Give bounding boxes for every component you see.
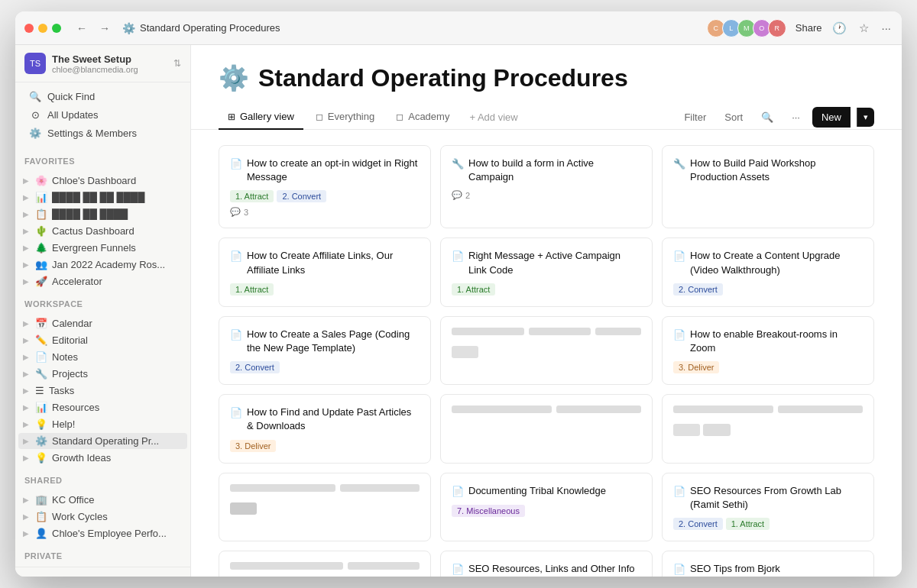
gallery-view-icon: ⊞	[228, 111, 235, 122]
card-17[interactable]: 📄SEO Resources, Links and Other Info1. A…	[440, 551, 653, 577]
card-tag: 2. Convert	[230, 361, 280, 373]
card-title-text: SEO Resources From Growth Lab (Ramit Set…	[690, 484, 863, 512]
workspace-icon: TS	[24, 53, 46, 74]
sidebar-item-standard-operating-p[interactable]: ▶⚙️Standard Operating Pr...	[18, 433, 187, 449]
updates-item[interactable]: ⊙ All Updates	[20, 106, 186, 124]
sidebar-item-projects[interactable]: ▶🔧Projects	[18, 366, 187, 382]
tab-everything[interactable]: ◻ Everything	[306, 105, 384, 130]
sidebar-item-help![interactable]: ▶💡Help!	[18, 416, 187, 432]
sidebar-item-████-██-████[interactable]: ▶📋████ ██ ████	[18, 206, 187, 222]
add-view-label: + Add view	[469, 111, 517, 123]
sidebar-item-tasks[interactable]: ▶☰Tasks	[18, 383, 187, 399]
card-11[interactable]	[440, 394, 653, 463]
item-label: Evergreen Funnels	[52, 242, 183, 254]
updates-icon: ⊙	[29, 109, 41, 121]
workspace-expand-icon[interactable]: ⇅	[173, 58, 181, 69]
sidebar-item-evergreen-funnels[interactable]: ▶🌲Evergreen Funnels	[18, 240, 187, 256]
item-icon: 🌵	[35, 225, 47, 237]
card-title: 📄How to Create a Sales Page (Coding the …	[230, 328, 420, 355]
quick-find-item[interactable]: 🔍 Quick Find	[20, 88, 186, 105]
history-icon[interactable]: 🕐	[831, 20, 848, 37]
sidebar-item-████-██-██-████[interactable]: ▶📊████ ██ ██ ████	[18, 189, 187, 205]
close-button[interactable]	[24, 24, 34, 33]
card-title-text: How to Create a Content Upgrade (Video W…	[690, 249, 863, 276]
card-9[interactable]: 📄How to enable Breakout-rooms in Zoom3. …	[662, 316, 874, 385]
new-record-button[interactable]: New	[812, 107, 851, 128]
main-layout: TS The Sweet Setup chloe@blancmedia.org …	[15, 45, 902, 577]
add-view-button[interactable]: + Add view	[462, 105, 525, 129]
card-tag: 7. Miscellaneous	[452, 505, 525, 517]
filter-button[interactable]: Filter	[678, 108, 712, 126]
sidebar-item-kc-office[interactable]: ▶🏢KC Office	[18, 492, 187, 508]
card-16[interactable]	[219, 551, 431, 577]
card-tags: 1. Attract	[230, 283, 420, 296]
card-5[interactable]: 📄Right Message + Active Campaign Link Co…	[440, 237, 653, 306]
arrow-icon: ▶	[23, 437, 32, 445]
card-18[interactable]: 📄SEO Tips from Bjork1. Attract2. Convert	[662, 551, 874, 577]
new-page-button[interactable]: ＋ + New page	[23, 573, 183, 577]
minimize-button[interactable]	[38, 24, 47, 33]
settings-item[interactable]: ⚙️ Settings & Members	[20, 124, 186, 142]
academy-icon: ◻	[396, 111, 403, 122]
card-14[interactable]: 📄Documenting Tribal Knowledge7. Miscella…	[440, 473, 653, 541]
comment-count: 3	[244, 208, 248, 217]
more-icon[interactable]: ···	[880, 20, 893, 36]
back-button[interactable]: ←	[73, 21, 90, 36]
card-12[interactable]	[662, 394, 874, 463]
card-3[interactable]: 🔧How to Build Paid Workshop Production A…	[662, 145, 874, 228]
arrow-icon: ▶	[23, 420, 32, 428]
card-6[interactable]: 📄How to Create a Content Upgrade (Video …	[662, 237, 874, 306]
card-title: 📄Documenting Tribal Knowledge	[452, 484, 641, 499]
sidebar-item-jan-2022-academy-ros[interactable]: ▶👥Jan 2022 Academy Ros...	[18, 257, 187, 273]
sidebar-item-growth-ideas[interactable]: ▶💡Growth Ideas	[18, 450, 187, 466]
sidebar: TS The Sweet Setup chloe@blancmedia.org …	[15, 45, 191, 577]
card-10[interactable]: 📄How to Find and Update Past Articles & …	[219, 394, 431, 463]
gallery-grid: 📄How to create an opt-in widget in Right…	[219, 145, 874, 577]
more-options-button[interactable]: ···	[786, 108, 806, 126]
sidebar-item-cactus-dashboard[interactable]: ▶🌵Cactus Dashboard	[18, 223, 187, 239]
item-label: Accelerator	[52, 276, 183, 287]
item-icon: 🌲	[35, 242, 47, 254]
item-label: Resources	[52, 402, 183, 413]
tabs-actions: Filter Sort 🔍 ··· New ▾	[678, 107, 874, 128]
share-button[interactable]: Share	[795, 22, 822, 34]
sidebar-item-editorial[interactable]: ▶✏️Editorial	[18, 332, 187, 348]
sidebar-item-work-cycles[interactable]: ▶📋Work Cycles	[18, 509, 187, 525]
forward-button[interactable]: →	[96, 21, 113, 36]
card-title: 📄How to Find and Update Past Articles & …	[230, 405, 420, 433]
item-icon: 📊	[35, 192, 47, 203]
card-8[interactable]	[440, 316, 653, 385]
sidebar-item-notes[interactable]: ▶📄Notes	[18, 349, 187, 365]
card-13[interactable]	[219, 473, 431, 541]
sort-button[interactable]: Sort	[718, 108, 749, 126]
sidebar-item-resources[interactable]: ▶📊Resources	[18, 399, 187, 415]
card-1[interactable]: 📄How to create an opt-in widget in Right…	[219, 145, 431, 228]
tab-academy[interactable]: ◻ Academy	[387, 105, 458, 130]
arrow-icon: ▶	[23, 260, 32, 269]
card-doc-icon: 📄	[230, 328, 242, 342]
new-record-dropdown-button[interactable]: ▾	[857, 108, 874, 127]
arrow-icon: ▶	[23, 244, 32, 252]
search-button[interactable]: 🔍	[755, 108, 779, 126]
card-4[interactable]: 📄How to Create Affiliate Links, Our Affi…	[219, 237, 431, 306]
item-label: ████ ██ ████	[52, 208, 183, 220]
card-2[interactable]: 🔧How to build a form in Active Campaign💬…	[440, 145, 653, 228]
sidebar-item-chloe's-employee-per[interactable]: ▶👤Chloe's Employee Perfo...	[18, 525, 187, 541]
card-7[interactable]: 📄How to Create a Sales Page (Coding the …	[219, 316, 431, 385]
tab-gallery-view[interactable]: ⊞ Gallery view	[219, 105, 303, 130]
sidebar-item-accelerator[interactable]: ▶🚀Accelerator	[18, 273, 187, 289]
content-area: ⚙️ Standard Operating Procedures ⊞ Galle…	[191, 45, 902, 577]
card-15[interactable]: 📄SEO Resources From Growth Lab (Ramit Se…	[662, 473, 874, 541]
sidebar-header[interactable]: TS The Sweet Setup chloe@blancmedia.org …	[15, 45, 190, 82]
redacted-line	[778, 405, 863, 413]
maximize-button[interactable]	[52, 24, 61, 33]
arrow-icon: ▶	[23, 454, 32, 462]
settings-icon: ⚙️	[29, 128, 41, 139]
item-label: Chloe's Employee Perfo...	[52, 528, 183, 539]
favorite-icon[interactable]: ☆	[857, 20, 870, 37]
card-tags: 1. Attract2. Convert	[230, 190, 420, 202]
avatar-5: R	[768, 19, 786, 37]
sidebar-item-calendar[interactable]: ▶📅Calendar	[18, 315, 187, 331]
card-title-text: Right Message + Active Campaign Link Cod…	[468, 249, 641, 276]
sidebar-item-chloe's-dashboard[interactable]: ▶🌸Chloe's Dashboard	[18, 173, 187, 189]
